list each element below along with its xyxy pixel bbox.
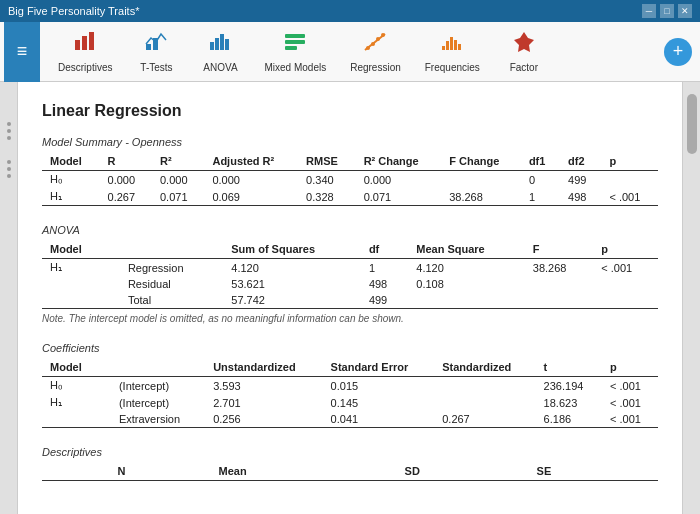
coeff-r0-name: (Intercept) <box>99 377 205 395</box>
svg-rect-8 <box>225 39 229 50</box>
table-row: H₁ 0.267 0.071 0.069 0.328 0.071 38.268 … <box>42 188 658 206</box>
svg-rect-10 <box>285 40 305 44</box>
coeff-title: Coefficients <box>42 342 658 354</box>
anova-r1-model <box>42 276 108 292</box>
anova-r0-f: 38.268 <box>525 259 593 277</box>
toolbar-regression[interactable]: Regression <box>340 26 411 77</box>
maximize-button[interactable]: □ <box>660 4 674 18</box>
svg-point-14 <box>371 42 375 46</box>
descriptives-label: Descriptives <box>58 62 112 73</box>
svg-point-13 <box>366 46 370 50</box>
window-controls: ─ □ ✕ <box>642 4 692 18</box>
ms-r0-df1: 0 <box>521 171 560 189</box>
t-tests-label: T-Tests <box>140 62 172 73</box>
minimize-button[interactable]: ─ <box>642 4 656 18</box>
table-row: H₁ Regression 4.120 1 4.120 38.268 < .00… <box>42 259 658 277</box>
svg-point-15 <box>376 37 380 41</box>
ms-r1-df2: 498 <box>560 188 601 206</box>
toolbar-factor[interactable]: Factor <box>494 26 554 77</box>
regression-label: Regression <box>350 62 401 73</box>
table-row: Total 57.742 499 <box>42 292 658 309</box>
coeff-r1-p: < .001 <box>602 394 658 411</box>
anova-r1-type: Residual <box>108 276 223 292</box>
desc-col-sd: SD <box>397 462 529 481</box>
coefficients-section: Coefficients Model Unstandardized Standa… <box>42 342 658 428</box>
svg-rect-11 <box>285 46 297 50</box>
coeff-r2-se: 0.041 <box>323 411 435 428</box>
ms-r1-r2c: 0.071 <box>356 188 442 206</box>
svg-point-16 <box>381 33 385 37</box>
ms-r1-p: < .001 <box>601 188 658 206</box>
anova-col-model: Model <box>42 240 108 259</box>
svg-rect-2 <box>89 32 94 50</box>
table-row: H₀ (Intercept) 3.593 0.015 236.194 < .00… <box>42 377 658 395</box>
coeff-r2-model <box>42 411 99 428</box>
coefficients-table: Model Unstandardized Standard Error Stan… <box>42 358 658 428</box>
coeff-col-unstd: Unstandardized <box>205 358 322 377</box>
ms-col-f-change: F Change <box>441 152 521 171</box>
svg-rect-6 <box>215 38 219 50</box>
coeff-r1-model: H₁ <box>42 394 99 411</box>
toolbar-items: Descriptives T-Tests ANOV <box>40 26 664 77</box>
anova-r0-p: < .001 <box>593 259 658 277</box>
ms-col-rmse: RMSE <box>298 152 356 171</box>
svg-rect-21 <box>458 44 461 50</box>
ms-r0-r2c: 0.000 <box>356 171 442 189</box>
page-title: Linear Regression <box>42 102 658 120</box>
ms-r1-r2: 0.071 <box>152 188 204 206</box>
close-button[interactable]: ✕ <box>678 4 692 18</box>
add-icon: + <box>673 41 684 62</box>
coeff-r2-unstd: 0.256 <box>205 411 322 428</box>
anova-r2-df: 499 <box>361 292 408 309</box>
anova-r2-ss: 57.742 <box>223 292 361 309</box>
anova-r2-ms <box>408 292 525 309</box>
ms-col-df1: df1 <box>521 152 560 171</box>
main-layout: Linear Regression Model Summary - Openne… <box>0 82 700 514</box>
ms-r1-df1: 1 <box>521 188 560 206</box>
table-row: H₀ 0.000 0.000 0.000 0.340 0.000 0 499 <box>42 171 658 189</box>
anova-icon <box>208 30 232 60</box>
ms-r0-adj: 0.000 <box>204 171 298 189</box>
desc-title: Descriptives <box>42 446 658 458</box>
ms-r1-fc: 38.268 <box>441 188 521 206</box>
add-analysis-button[interactable]: + <box>664 38 692 66</box>
anova-col-ms: Mean Square <box>408 240 525 259</box>
coeff-r0-se: 0.015 <box>323 377 435 395</box>
coeff-r1-name: (Intercept) <box>99 394 205 411</box>
toolbar-frequencies[interactable]: Frequencies <box>415 26 490 77</box>
hamburger-menu[interactable]: ≡ <box>4 22 40 82</box>
hamburger-icon: ≡ <box>17 41 28 62</box>
toolbar-mixed-models[interactable]: Mixed Models <box>254 26 336 77</box>
coeff-r0-p: < .001 <box>602 377 658 395</box>
frequencies-label: Frequencies <box>425 62 480 73</box>
ms-col-df2: df2 <box>560 152 601 171</box>
t-tests-icon <box>144 30 168 60</box>
anova-r0-type: Regression <box>108 259 223 277</box>
content-area[interactable]: Linear Regression Model Summary - Openne… <box>18 82 682 514</box>
anova-note: Note. The intercept model is omitted, as… <box>42 313 658 324</box>
coeff-r0-t: 236.194 <box>536 377 602 395</box>
anova-col-df: df <box>361 240 408 259</box>
anova-col-p: p <box>593 240 658 259</box>
coeff-col-blank <box>99 358 205 377</box>
toolbar-descriptives[interactable]: Descriptives <box>48 26 122 77</box>
ms-r1-model: H₁ <box>42 188 100 206</box>
scrollbar-thumb[interactable] <box>687 94 697 154</box>
coeff-r1-unstd: 2.701 <box>205 394 322 411</box>
descriptives-table: N Mean SD SE <box>42 462 658 481</box>
coeff-r2-std: 0.267 <box>434 411 535 428</box>
svg-rect-19 <box>450 37 453 50</box>
svg-rect-1 <box>82 36 87 50</box>
title-bar: Big Five Personality Traits* ─ □ ✕ <box>0 0 700 22</box>
svg-rect-17 <box>442 46 445 50</box>
ms-r0-r: 0.000 <box>100 171 152 189</box>
svg-rect-20 <box>454 40 457 50</box>
toolbar-anova[interactable]: ANOVA <box>190 26 250 77</box>
anova-r0-df: 1 <box>361 259 408 277</box>
svg-rect-9 <box>285 34 305 38</box>
anova-r2-type: Total <box>108 292 223 309</box>
toolbar-t-tests[interactable]: T-Tests <box>126 26 186 77</box>
anova-r1-ms: 0.108 <box>408 276 525 292</box>
ms-r0-df2: 499 <box>560 171 601 189</box>
ms-col-p: p <box>601 152 658 171</box>
